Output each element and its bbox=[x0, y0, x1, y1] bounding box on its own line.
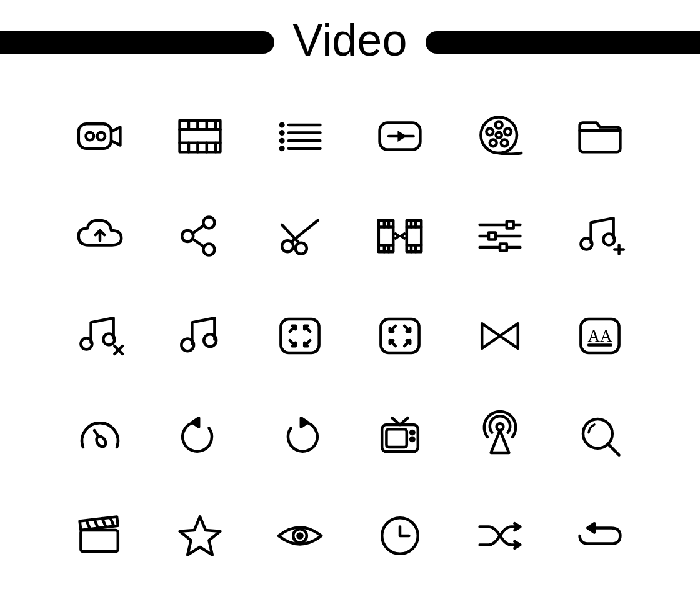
svg-point-34 bbox=[203, 244, 214, 255]
cloud-upload-icon bbox=[50, 186, 150, 286]
svg-point-16 bbox=[281, 131, 284, 134]
svg-point-28 bbox=[501, 139, 508, 146]
svg-point-26 bbox=[496, 122, 502, 129]
folder-icon bbox=[550, 86, 650, 186]
fullscreen-expand-icon bbox=[250, 286, 350, 386]
undo-icon bbox=[150, 386, 250, 486]
svg-rect-60 bbox=[500, 244, 507, 251]
svg-rect-3 bbox=[180, 121, 221, 152]
svg-point-20 bbox=[281, 147, 284, 151]
svg-line-36 bbox=[192, 239, 204, 247]
music-add-icon bbox=[550, 186, 650, 286]
star-icon bbox=[150, 486, 250, 586]
svg-point-18 bbox=[281, 139, 284, 142]
svg-rect-58 bbox=[489, 233, 496, 240]
header-decor-left bbox=[0, 31, 274, 54]
svg-rect-71 bbox=[281, 319, 319, 353]
svg-point-38 bbox=[296, 243, 307, 254]
svg-rect-56 bbox=[507, 222, 514, 229]
svg-point-80 bbox=[411, 431, 414, 434]
svg-line-35 bbox=[192, 225, 204, 234]
header-decor-right bbox=[426, 31, 700, 54]
svg-point-27 bbox=[504, 128, 511, 135]
svg-point-76 bbox=[94, 435, 108, 448]
svg-point-14 bbox=[281, 124, 284, 127]
svg-text:AA: AA bbox=[588, 327, 612, 345]
music-note-icon bbox=[150, 286, 250, 386]
svg-point-2 bbox=[98, 132, 106, 141]
font-size-icon: AA bbox=[550, 286, 650, 386]
sliders-icon bbox=[450, 186, 550, 286]
share-icon bbox=[150, 186, 250, 286]
svg-point-32 bbox=[203, 217, 214, 228]
broadcast-antenna-icon bbox=[450, 386, 550, 486]
svg-line-77 bbox=[94, 430, 99, 437]
film-strip-icon bbox=[150, 86, 250, 186]
list-icon bbox=[250, 86, 350, 186]
video-camera-icon bbox=[50, 86, 150, 186]
svg-line-88 bbox=[102, 518, 106, 526]
scissors-icon bbox=[250, 186, 350, 286]
page-title: Video bbox=[289, 17, 411, 67]
clock-icon bbox=[350, 486, 450, 586]
svg-point-25 bbox=[496, 132, 502, 138]
icon-grid: AA bbox=[50, 86, 650, 586]
film-reel-icon bbox=[450, 86, 550, 186]
svg-line-87 bbox=[94, 520, 98, 528]
svg-line-86 bbox=[86, 521, 89, 529]
loop-icon bbox=[550, 486, 650, 586]
shuffle-icon bbox=[450, 486, 550, 586]
svg-rect-41 bbox=[379, 220, 393, 252]
television-icon bbox=[350, 386, 450, 486]
svg-point-33 bbox=[182, 230, 193, 242]
speedometer-icon bbox=[50, 386, 150, 486]
clapperboard-icon bbox=[50, 486, 150, 586]
eye-icon bbox=[250, 486, 350, 586]
music-remove-icon bbox=[50, 286, 150, 386]
svg-line-84 bbox=[609, 445, 619, 455]
svg-point-81 bbox=[411, 438, 414, 441]
fullscreen-collapse-icon bbox=[350, 286, 450, 386]
svg-point-29 bbox=[490, 139, 497, 146]
film-merge-icon bbox=[350, 186, 450, 286]
svg-point-1 bbox=[86, 132, 94, 141]
svg-rect-72 bbox=[381, 319, 419, 353]
header: Video bbox=[0, 0, 700, 67]
svg-rect-79 bbox=[386, 429, 406, 447]
svg-rect-85 bbox=[81, 530, 118, 551]
play-video-icon bbox=[350, 86, 450, 186]
svg-rect-48 bbox=[407, 220, 421, 252]
search-icon bbox=[550, 386, 650, 486]
svg-point-30 bbox=[486, 128, 493, 135]
svg-point-91 bbox=[298, 533, 302, 538]
bowtie-icon bbox=[450, 286, 550, 386]
svg-point-83 bbox=[583, 419, 612, 448]
redo-icon bbox=[250, 386, 350, 486]
